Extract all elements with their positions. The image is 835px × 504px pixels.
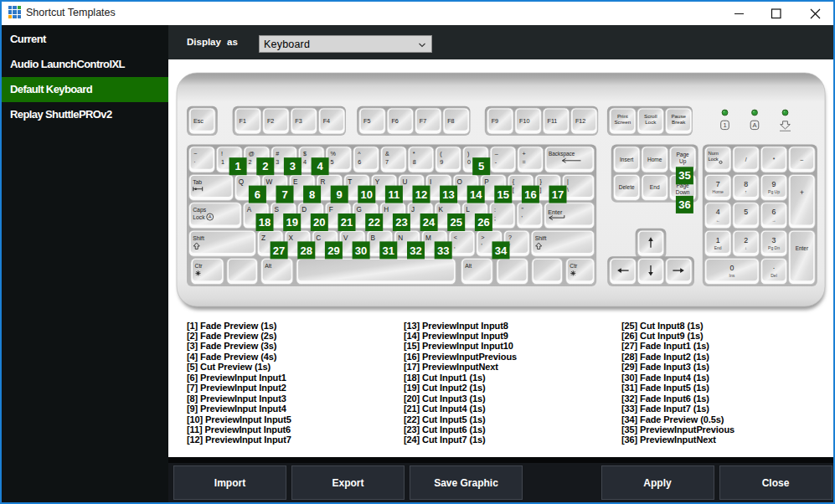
- svg-text:Lock: Lock: [645, 119, 657, 125]
- svg-text:33: 33: [437, 244, 449, 257]
- svg-text:3: 3: [276, 158, 279, 166]
- svg-text:Lock: Lock: [193, 214, 205, 220]
- svg-text:3: 3: [290, 160, 296, 172]
- svg-text:2: 2: [249, 158, 252, 166]
- svg-text:F9: F9: [492, 117, 498, 125]
- svg-text:F12: F12: [575, 117, 585, 125]
- svg-text:1: 1: [723, 121, 726, 129]
- svg-text:Q: Q: [239, 178, 244, 186]
- svg-text:+: +: [522, 150, 525, 157]
- svg-text:+: +: [800, 188, 804, 197]
- svg-text:Break: Break: [672, 119, 686, 125]
- svg-text:3: 3: [772, 236, 776, 244]
- svg-text:L: L: [466, 206, 470, 213]
- svg-text:22: 22: [368, 216, 379, 229]
- svg-text:[: [: [513, 186, 514, 193]
- svg-text:7: 7: [385, 158, 389, 166]
- svg-text:6: 6: [772, 208, 776, 216]
- svg-text:B: B: [371, 234, 376, 242]
- svg-text:>: >: [481, 234, 484, 241]
- svg-text:W: W: [265, 178, 272, 186]
- svg-text:@: @: [249, 150, 255, 157]
- svg-text:Enter: Enter: [796, 245, 809, 251]
- svg-text:F10: F10: [519, 117, 529, 125]
- svg-text:8: 8: [309, 188, 315, 201]
- svg-text:4: 4: [716, 208, 720, 216]
- svg-text:1: 1: [221, 158, 224, 166]
- svg-text:6: 6: [255, 188, 260, 201]
- svg-text:Backspace: Backspace: [549, 151, 575, 157]
- svg-text:27: 27: [273, 244, 285, 257]
- svg-text:Screen: Screen: [614, 119, 631, 125]
- svg-text:Alt: Alt: [265, 263, 271, 269]
- svg-text:Home: Home: [647, 157, 662, 162]
- svg-text:34: 34: [495, 244, 508, 257]
- svg-text:35: 35: [678, 169, 690, 182]
- svg-text:15: 15: [497, 188, 509, 201]
- svg-text:Num: Num: [709, 151, 719, 156]
- svg-text:31: 31: [383, 244, 394, 257]
- svg-text:Lock: Lock: [709, 157, 719, 162]
- svg-text:Scroll: Scroll: [644, 113, 657, 119]
- svg-text:9: 9: [440, 158, 443, 166]
- svg-text:F3: F3: [295, 117, 302, 125]
- svg-text:$: $: [303, 150, 307, 157]
- svg-text:F7: F7: [420, 117, 426, 125]
- svg-text:5: 5: [744, 208, 748, 216]
- svg-text:*: *: [773, 157, 776, 162]
- svg-text:E: E: [293, 178, 298, 186]
- svg-text:8: 8: [413, 158, 416, 166]
- svg-text:F5: F5: [363, 117, 370, 125]
- svg-text:19: 19: [286, 216, 297, 229]
- svg-text:1: 1: [716, 236, 720, 244]
- svg-text:~: ~: [193, 150, 197, 157]
- svg-text:&: &: [385, 150, 389, 157]
- svg-text:Print: Print: [617, 113, 628, 119]
- svg-text:A: A: [209, 214, 212, 219]
- svg-text:?: ?: [508, 234, 512, 241]
- svg-text:=: =: [522, 158, 525, 166]
- svg-text:F: F: [329, 206, 333, 213]
- svg-text:Z: Z: [261, 234, 265, 242]
- svg-text:): ): [467, 150, 469, 157]
- svg-text:7: 7: [281, 188, 287, 201]
- svg-text:Down: Down: [676, 189, 690, 195]
- svg-text:G: G: [357, 206, 362, 213]
- svg-text:30: 30: [355, 244, 367, 257]
- svg-text:!: !: [221, 150, 223, 157]
- svg-text:Pause: Pause: [671, 113, 686, 119]
- svg-text:2: 2: [262, 160, 268, 172]
- svg-text:1: 1: [235, 160, 240, 172]
- svg-text:Tab: Tab: [193, 179, 202, 185]
- svg-text:28: 28: [301, 244, 312, 257]
- svg-text:12: 12: [415, 188, 427, 201]
- svg-text:16: 16: [524, 188, 536, 201]
- svg-text:A: A: [247, 206, 252, 213]
- svg-text:]: ]: [539, 186, 541, 193]
- svg-text:36: 36: [678, 198, 690, 211]
- svg-text:Alt: Alt: [465, 263, 472, 269]
- svg-text:N: N: [398, 234, 403, 242]
- svg-text:Esc: Esc: [193, 117, 204, 125]
- svg-text:F6: F6: [391, 117, 398, 125]
- svg-text:6: 6: [358, 158, 361, 166]
- svg-text:5: 5: [478, 160, 484, 172]
- svg-text:%: %: [331, 150, 337, 157]
- svg-text:C: C: [316, 234, 321, 242]
- svg-text:Pg Up: Pg Up: [768, 189, 780, 194]
- svg-text:18: 18: [259, 216, 271, 229]
- svg-text:25: 25: [450, 216, 461, 229]
- svg-text:F8: F8: [447, 117, 454, 125]
- svg-text:Page: Page: [676, 152, 689, 158]
- svg-text:F1: F1: [240, 117, 246, 125]
- svg-text:Shift: Shift: [535, 235, 547, 241]
- svg-text:10: 10: [361, 188, 373, 201]
- svg-text:I: I: [430, 178, 431, 186]
- svg-text:0: 0: [467, 158, 471, 166]
- svg-text:–: –: [801, 157, 804, 162]
- svg-text:Delete: Delete: [619, 184, 635, 190]
- svg-text:Pg Dn: Pg Dn: [768, 245, 780, 250]
- svg-text:S: S: [275, 206, 280, 213]
- svg-text:↓: ↓: [745, 245, 747, 250]
- svg-text:Shift: Shift: [193, 235, 204, 241]
